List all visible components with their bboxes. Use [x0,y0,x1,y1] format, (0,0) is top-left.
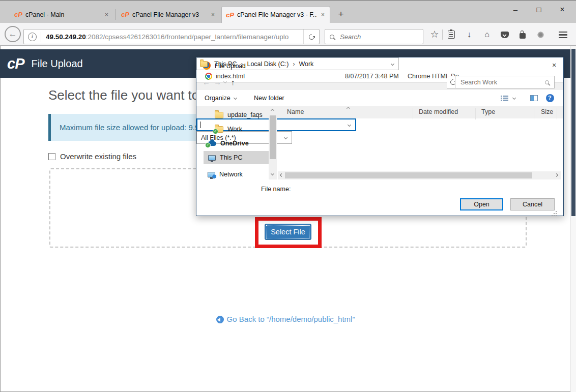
menu-button[interactable] [555,29,571,40]
tab-close-icon[interactable]: × [320,11,326,18]
search-icon [330,35,334,39]
sidebar-item-network[interactable]: Network [196,168,269,181]
bookmark-star-button[interactable]: ☆ [428,29,441,40]
network-icon [208,172,215,177]
organize-label: Organize [205,95,231,102]
sidebar-item-onedrive[interactable]: ✓ OneDrive [196,137,269,150]
sidebar-label: This PC [220,154,242,161]
crumb-local-disk[interactable]: Local Disk (C:) [243,61,292,68]
tab-label: cPanel File Manager v3 - F... [237,11,317,18]
cancel-button[interactable]: Cancel [510,198,555,210]
preview-pane-button[interactable] [530,95,538,101]
overwrite-checkbox[interactable] [48,153,55,160]
open-button[interactable]: Open [460,198,503,210]
reload-icon [307,33,315,41]
crumb-work[interactable]: Work [295,61,317,68]
url-bar[interactable]: i 49.50.249.20:2082/cpsess4261263016/fro… [23,29,320,44]
sidebar-item-this-pc[interactable]: This PC [204,151,269,164]
window-maximize-button[interactable]: □ [531,3,546,16]
alert-text: Maximum file size allowed for upload: 9.… [60,123,199,132]
home-icon: ⌂ [484,29,489,40]
file-name-label: File name: [261,186,291,193]
new-tab-button[interactable]: + [334,7,348,21]
folder-icon [215,112,223,118]
dialog-title: File Upload [215,63,246,70]
column-separator[interactable] [413,108,413,119]
overwrite-label: Overwrite existing files [60,152,136,161]
page-heading: Select the file you want to [48,87,199,103]
tab-label: cPanel File Manager v3 [132,11,207,18]
back-button[interactable]: ← [5,26,21,42]
select-file-button[interactable]: Select File [265,224,311,240]
home-button[interactable]: ⌂ [480,29,494,40]
dialog-forward-button[interactable]: → [214,78,221,86]
resize-grip[interactable] [556,211,557,212]
window-minimize-button[interactable]: – [508,3,523,16]
page-title: File Upload [31,58,82,70]
extension-button[interactable] [534,29,547,40]
pocket-button[interactable] [498,29,511,40]
cpanel-favicon: cP [14,11,22,18]
new-folder-button[interactable]: New folder [254,95,284,102]
go-back-link[interactable]: Go Back to “/home/demo/public_html” [0,315,571,323]
download-icon: ↓ [467,29,471,40]
cpanel-logo: cP [7,55,24,72]
file-row-index-html[interactable]: index.html 8/07/2017 3:48 PM Chrome HTML… [196,70,471,82]
overwrite-row: Overwrite existing files [48,152,136,161]
clipboard-icon [448,31,455,39]
dialog-up-button[interactable]: ↑ [231,78,235,86]
bookmarks-menu-button[interactable] [445,29,458,40]
dialog-back-button[interactable]: ← [203,78,210,86]
column-separator[interactable] [534,108,534,119]
tab-close-icon[interactable]: × [210,11,216,18]
dialog-search-box[interactable] [455,76,555,88]
cpanel-favicon: cP [226,11,234,19]
tab-file-upload-active[interactable]: cP cPanel File Manager v3 - F... × [221,6,330,23]
downloads-button[interactable]: ↓ [463,29,476,40]
url-path: :2082/cpsess4261263016/frontend/paper_la… [86,33,289,41]
sidebar-item-work[interactable]: ✓ Work [196,123,269,136]
star-icon: ☆ [430,29,439,40]
column-header-date[interactable]: Date modified [419,108,458,115]
this-pc-icon [208,155,216,161]
sidebar-item-update-faqs[interactable]: update_faqs [196,108,269,122]
organize-dropdown-icon [234,96,237,100]
column-header-name[interactable]: Name [287,108,304,115]
screen: – □ × cP cPanel - Main × cP cPanel File … [0,0,576,392]
horizontal-scrollbar-thumb[interactable] [285,172,532,178]
toolbar-divider [442,29,443,40]
file-date: 8/07/2017 3:48 PM [345,73,408,80]
view-mode-button[interactable] [501,95,508,101]
filename-dropdown-icon[interactable] [348,123,351,127]
site-info-icon[interactable]: i [28,33,37,41]
tab-label: cPanel - Main [25,11,101,18]
tab-file-manager[interactable]: cP cPanel File Manager v3 × [117,6,220,23]
file-upload-dialog: File Upload × ← → ↑ › This PC › Local Di… [196,57,564,216]
column-header-type[interactable]: Type [481,108,495,115]
search-icon [545,80,549,84]
hamburger-icon [559,32,567,38]
tab-cpanel-main[interactable]: cP cPanel - Main × [10,6,113,23]
help-glyph: ? [548,95,552,101]
folder-icon [200,61,208,67]
column-header-size[interactable]: Size [541,108,553,115]
column-separator[interactable] [475,108,476,119]
reload-button[interactable] [303,29,319,44]
extension-icon [537,32,544,38]
dialog-search-input[interactable] [459,78,538,86]
window-close-button[interactable]: × [555,3,570,16]
onedrive-icon: ✓ [208,141,216,146]
url-host: 49.50.249.20 [46,33,86,41]
browser-search-input[interactable] [339,33,412,41]
organize-button[interactable]: Organize [205,95,237,102]
marketplace-button[interactable] [516,29,529,40]
column-separator[interactable] [557,108,557,119]
tab-close-icon[interactable]: × [104,11,109,18]
folder-synced-icon: ✓ [215,126,223,133]
dialog-close-button[interactable]: × [552,61,556,69]
sidebar-scrollbar-thumb[interactable] [270,115,276,159]
address-dropdown-icon[interactable] [391,62,394,66]
page-scrollbar-thumb[interactable] [571,49,575,216]
browser-search-bar[interactable] [325,29,423,44]
cpanel-favicon: cP [121,11,129,18]
